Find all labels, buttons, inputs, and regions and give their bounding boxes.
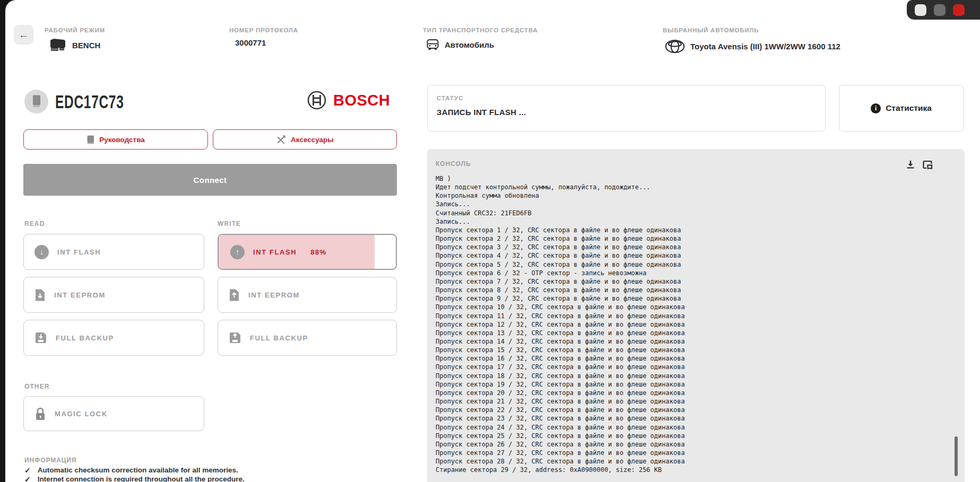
info-section-label: ИНФОРМАЦИЯ bbox=[24, 457, 76, 464]
console-line: Пропуск сектора 26 / 32, CRC сектора в ф… bbox=[436, 440, 935, 449]
console-line: Контрольная сумма обновлена bbox=[436, 191, 935, 200]
console-line: Пропуск сектора 14 / 32, CRC сектора в ф… bbox=[436, 337, 935, 346]
statistics-label: Статистика bbox=[886, 103, 932, 113]
car-icon bbox=[426, 38, 439, 51]
bosch-armature-icon bbox=[307, 90, 327, 110]
lock-icon bbox=[34, 407, 46, 421]
statistics-button[interactable]: i Статистика bbox=[839, 85, 964, 132]
console-line: Пропуск сектора 17 / 32, CRC сектора в ф… bbox=[436, 363, 935, 371]
info-note-row: ✓ Internet connection is required throug… bbox=[24, 475, 245, 482]
write-full-backup-button[interactable]: FULL BACKUP bbox=[218, 320, 397, 356]
write-full-backup-label: FULL BACKUP bbox=[250, 334, 308, 342]
console-line: Запись... bbox=[436, 217, 935, 226]
console-line: Пропуск сектора 27 / 32, CRC сектора в ф… bbox=[436, 449, 935, 457]
download-circle-icon: ↓ bbox=[34, 245, 49, 259]
file-download-icon bbox=[34, 288, 46, 302]
console-line: Считанный CRC32: 21FED6FB bbox=[436, 209, 935, 217]
console-line: Пропуск сектора 19 / 32, CRC сектора в ф… bbox=[436, 380, 935, 389]
work-mode-label: РАБОЧИЙ РЕЖИМ bbox=[45, 27, 105, 33]
console-line: Пропуск сектора 16 / 32, CRC сектора в ф… bbox=[436, 354, 935, 363]
protocol-value: 3000771 bbox=[235, 38, 266, 47]
console-line: Пропуск сектора 8 / 32, CRC сектора в фа… bbox=[436, 286, 935, 294]
console-line: Пропуск сектора 12 / 32, CRC сектора в ф… bbox=[436, 320, 935, 329]
read-int-eeprom-button[interactable]: INT EEPROM bbox=[23, 277, 204, 313]
magic-lock-button[interactable]: MAGIC LOCK bbox=[23, 396, 204, 431]
console-line: Пропуск сектора 25 / 32, CRC сектора в ф… bbox=[436, 432, 935, 440]
device-name-title: EDC17C73 bbox=[55, 90, 124, 113]
work-mode-value: BENCH bbox=[49, 38, 100, 52]
protocol-number: 3000771 bbox=[235, 38, 266, 47]
manuals-button-label: Руководства bbox=[99, 136, 145, 144]
back-arrow-icon: ← bbox=[19, 29, 29, 41]
console-line: Стирание сектора 29 / 32, address: 0xA09… bbox=[436, 466, 935, 474]
ecu-avatar bbox=[24, 90, 48, 113]
bosch-wordmark: BOSCH bbox=[333, 92, 390, 109]
window-minimize-button[interactable] bbox=[915, 4, 926, 16]
console-line: Пропуск сектора 7 / 32, CRC сектора в фа… bbox=[436, 277, 935, 286]
write-progress-value: 88% bbox=[310, 248, 326, 256]
vehicle-type-text: Автомобиль bbox=[445, 40, 494, 49]
write-int-eeprom-button[interactable]: INT EEPROM bbox=[218, 277, 397, 313]
write-int-flash-button[interactable]: ↑ INT FLASH 88% bbox=[218, 234, 397, 270]
console-line: Запись... bbox=[436, 200, 935, 208]
pop-out-window-icon[interactable] bbox=[922, 160, 933, 170]
console-line: Пропуск сектора 13 / 32, CRC сектора в ф… bbox=[436, 329, 935, 337]
console-line: Пропуск сектора 21 / 32, CRC сектора в ф… bbox=[436, 397, 935, 406]
console-line: Пропуск сектора 22 / 32, CRC сектора в ф… bbox=[436, 406, 935, 414]
console-line: Пропуск сектора 10 / 32, CRC сектора в ф… bbox=[436, 303, 935, 311]
back-button[interactable]: ← bbox=[14, 25, 33, 45]
console-label: КОНСОЛЬ bbox=[436, 160, 471, 168]
connect-button-label: Connect bbox=[194, 176, 227, 185]
toyota-logo-icon bbox=[665, 38, 685, 55]
console-panel: КОНСОЛЬ МВ )Идет подсчет контрольной сум… bbox=[427, 149, 965, 482]
check-icon: ✓ bbox=[24, 475, 31, 482]
download-log-icon[interactable] bbox=[906, 160, 915, 170]
selected-vehicle-text: Toyota Avensis (III) 1WW/2WW 1600 112 bbox=[690, 42, 840, 51]
console-line: Пропуск сектора 15 / 32, CRC сектора в ф… bbox=[436, 346, 935, 354]
status-label: СТАТУС bbox=[437, 95, 464, 101]
read-int-eeprom-label: INT EEPROM bbox=[54, 291, 106, 299]
chip-icon bbox=[31, 94, 42, 109]
app-window: ← РАБОЧИЙ РЕЖИМ BENCH НОМЕР ПРОТОКОЛА 30… bbox=[0, 0, 980, 482]
selected-vehicle-value: Toyota Avensis (III) 1WW/2WW 1600 112 bbox=[665, 38, 840, 55]
selected-vehicle-label: ВЫБРАННЫЙ АВТОМОБИЛЬ bbox=[663, 27, 759, 33]
console-line: Пропуск сектора 1 / 32, CRC сектора в фа… bbox=[436, 226, 935, 234]
console-line: Пропуск сектора 9 / 32, CRC сектора в фа… bbox=[436, 294, 935, 303]
console-line: МВ ) bbox=[436, 174, 935, 183]
console-line: Пропуск сектора 28 / 32, CRC сектора в ф… bbox=[436, 457, 935, 466]
manuals-button[interactable]: Руководства bbox=[23, 129, 208, 150]
accessories-button-label: Аксессуары bbox=[291, 136, 334, 144]
read-section-label: READ bbox=[24, 220, 45, 227]
check-icon: ✓ bbox=[24, 466, 31, 475]
console-line: Пропуск сектора 18 / 32, CRC сектора в ф… bbox=[436, 372, 935, 380]
window-controls-bar bbox=[907, 0, 980, 20]
book-icon bbox=[86, 135, 94, 144]
console-line: Пропуск сектора 5 / 32, CRC сектора в фа… bbox=[436, 260, 935, 269]
console-scrollbar-thumb[interactable] bbox=[955, 436, 958, 476]
other-section-label: OTHER bbox=[24, 383, 50, 390]
window-maximize-button[interactable] bbox=[934, 4, 946, 16]
ecu-icon bbox=[49, 38, 67, 52]
read-full-backup-label: FULL BACKUP bbox=[56, 334, 114, 342]
magic-lock-label: MAGIC LOCK bbox=[55, 410, 108, 418]
console-line: Пропуск сектора 20 / 32, CRC сектора в ф… bbox=[436, 389, 935, 397]
console-line: Пропуск сектора 4 / 32, CRC сектора в фа… bbox=[436, 251, 935, 260]
save-download-icon bbox=[34, 331, 47, 344]
save-upload-icon bbox=[229, 331, 241, 344]
write-int-eeprom-label: INT EEPROM bbox=[248, 291, 300, 299]
info-note-text: Internet connection is required througho… bbox=[38, 475, 245, 482]
console-line: Пропуск сектора 24 / 32, CRC сектора в ф… bbox=[436, 423, 935, 432]
accessories-button[interactable]: Аксессуары bbox=[213, 129, 397, 150]
console-line: Идет подсчет контрольной суммы, пожалуйс… bbox=[436, 183, 935, 191]
connect-button[interactable]: Connect bbox=[23, 164, 397, 196]
tools-icon bbox=[276, 135, 286, 145]
read-full-backup-button[interactable]: FULL BACKUP bbox=[23, 320, 204, 356]
upload-circle-icon: ↑ bbox=[230, 245, 245, 259]
info-note-row: ✓ Automatic checksum correction availabl… bbox=[24, 466, 238, 475]
console-line: Пропуск сектора 23 / 32, CRC сектора в ф… bbox=[436, 414, 935, 423]
console-line: Пропуск сектора 11 / 32, CRC сектора в ф… bbox=[436, 312, 935, 320]
read-int-flash-button[interactable]: ↓ INT FLASH bbox=[23, 234, 204, 270]
status-panel: СТАТУС ЗАПИСЬ INT FLASH ... bbox=[427, 85, 826, 132]
info-note-text: Automatic checksum correction available … bbox=[38, 466, 238, 475]
window-close-button[interactable] bbox=[953, 4, 965, 16]
